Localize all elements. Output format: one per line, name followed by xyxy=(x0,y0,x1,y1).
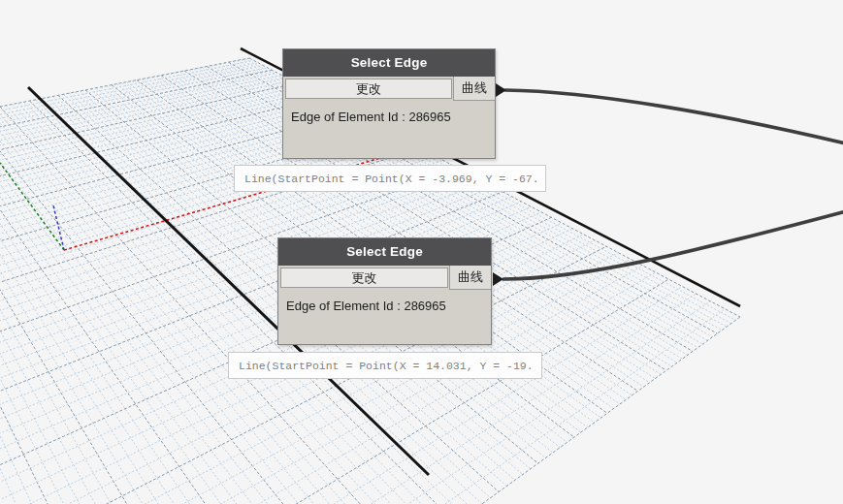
preview-tooltip: Line(StartPoint = Point(X = -3.969, Y = … xyxy=(234,165,546,192)
node-body-text: Edge of Element Id : 286965 xyxy=(278,290,491,344)
change-button[interactable]: 更改 xyxy=(285,79,452,99)
dynamo-workspace[interactable]: Line(StartPoint = Point(X = -3.969, Y = … xyxy=(0,0,843,504)
change-button[interactable]: 更改 xyxy=(280,268,448,288)
node-title[interactable]: Select Edge xyxy=(278,238,491,266)
node-body-text: Edge of Element Id : 286965 xyxy=(283,101,495,158)
output-port-curve[interactable]: 曲线 xyxy=(453,77,495,101)
output-port-curve[interactable]: 曲线 xyxy=(449,266,491,290)
select-edge-node-2[interactable]: Select Edge 更改 曲线 Edge of Element Id : 2… xyxy=(277,237,492,345)
node-port-row: 更改 曲线 xyxy=(278,266,491,290)
preview-tooltip: Line(StartPoint = Point(X = 14.031, Y = … xyxy=(228,352,542,379)
node-port-row: 更改 曲线 xyxy=(283,77,495,101)
node-title[interactable]: Select Edge xyxy=(283,49,495,77)
select-edge-node-1[interactable]: Select Edge 更改 曲线 Edge of Element Id : 2… xyxy=(282,48,496,159)
